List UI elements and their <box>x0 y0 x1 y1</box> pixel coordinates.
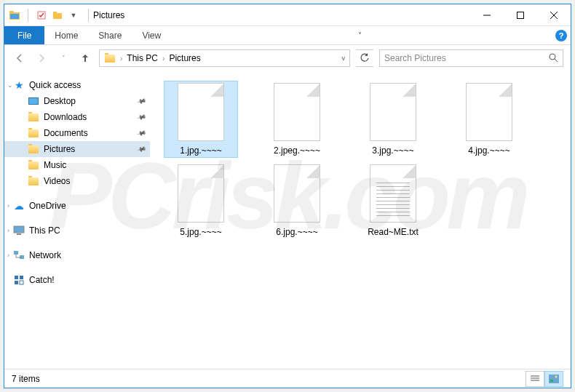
sidebar-item-label: Network <box>29 250 61 260</box>
file-name: 1.jpg.~~~~ <box>180 145 221 156</box>
folder-icon <box>28 159 39 171</box>
refresh-button[interactable] <box>356 49 373 67</box>
svg-rect-12 <box>14 226 24 233</box>
file-icon <box>370 83 416 141</box>
sidebar-item-videos[interactable]: Videos <box>4 173 150 189</box>
file-icon <box>178 83 224 141</box>
sidebar-item-label: Music <box>44 160 66 170</box>
folder-icon <box>28 143 39 155</box>
separator <box>88 9 89 22</box>
tab-view[interactable]: View <box>132 26 171 44</box>
collapse-icon[interactable]: ⌄ <box>7 81 13 89</box>
qat-dropdown-icon[interactable]: ▼ <box>66 8 81 23</box>
svg-rect-5 <box>53 12 57 14</box>
minimize-button[interactable] <box>470 4 504 26</box>
up-button[interactable] <box>77 50 93 66</box>
file-name: 2.jpeg.~~~~ <box>274 145 320 156</box>
title-bar: ▼ Pictures <box>4 4 571 26</box>
svg-rect-1 <box>9 11 14 13</box>
chevron-right-icon[interactable]: › <box>162 55 164 63</box>
back-button[interactable] <box>12 50 28 66</box>
folder-icon <box>28 127 39 139</box>
sidebar-item-network[interactable]: › Network <box>4 247 150 263</box>
expand-icon[interactable]: › <box>7 227 9 234</box>
breadcrumb-thispc[interactable]: This PC <box>127 53 158 63</box>
address-bar[interactable]: › This PC › Pictures v <box>99 49 350 67</box>
window-controls <box>470 4 571 26</box>
svg-rect-2 <box>10 14 19 19</box>
expand-icon[interactable]: › <box>7 252 9 259</box>
network-icon <box>13 249 25 261</box>
svg-rect-18 <box>15 276 18 279</box>
sidebar-item-label: Documents <box>44 128 88 138</box>
search-icon[interactable] <box>548 52 558 65</box>
sidebar-item-music[interactable]: Music <box>4 157 150 173</box>
sidebar-item-thispc[interactable]: › This PC <box>4 223 150 239</box>
file-name: 4.jpg.~~~~ <box>468 145 509 156</box>
file-item[interactable]: Read~ME.txt <box>357 163 429 239</box>
file-icon <box>274 164 320 223</box>
help-button[interactable]: ? <box>552 26 571 44</box>
close-button[interactable] <box>537 4 571 26</box>
sidebar-item-onedrive[interactable]: › ☁ OneDrive <box>4 198 150 214</box>
svg-line-11 <box>555 59 558 62</box>
file-item[interactable]: 5.jpg.~~~~ <box>164 163 237 239</box>
file-name: 3.jpg.~~~~ <box>372 145 413 156</box>
file-item[interactable]: 4.jpg.~~~~ <box>453 81 526 157</box>
recent-dropdown[interactable]: ˅ <box>55 50 71 66</box>
file-icon <box>274 83 320 141</box>
svg-rect-14 <box>14 251 18 255</box>
navigation-pane[interactable]: ⌄ ★ Quick access Desktop📌Downloads📌Docum… <box>4 71 150 369</box>
status-bar: 7 items <box>4 369 571 388</box>
file-view[interactable]: 1.jpg.~~~~2.jpeg.~~~~3.jpg.~~~~4.jpg.~~~… <box>150 71 571 369</box>
sidebar-item-label: Downloads <box>44 112 87 122</box>
search-placeholder: Search Pictures <box>384 53 446 63</box>
svg-rect-19 <box>20 276 23 279</box>
explorer-window: ▼ Pictures File Home Share View ˅ ? ˅ <box>4 4 571 388</box>
file-item[interactable]: 3.jpg.~~~~ <box>357 81 429 157</box>
sidebar-item-documents[interactable]: Documents📌 <box>4 125 150 141</box>
view-switcher <box>526 371 563 387</box>
sidebar-item-downloads[interactable]: Downloads📌 <box>4 109 150 125</box>
navigation-bar: ˅ › This PC › Pictures v Search Pictures <box>4 45 571 71</box>
sidebar-item-label: Quick access <box>29 80 81 90</box>
svg-rect-13 <box>17 233 21 235</box>
sidebar-item-label: This PC <box>29 225 60 236</box>
file-name: 5.jpg.~~~~ <box>180 227 221 237</box>
search-input[interactable]: Search Pictures <box>379 49 563 67</box>
file-item[interactable]: 6.jpg.~~~~ <box>261 163 333 239</box>
address-dropdown-icon[interactable]: v <box>342 55 346 62</box>
sidebar-item-quick-access[interactable]: ⌄ ★ Quick access <box>4 77 150 93</box>
pin-icon: 📌 <box>136 96 147 106</box>
breadcrumb-pictures[interactable]: Pictures <box>169 53 200 63</box>
file-name: 6.jpg.~~~~ <box>276 227 317 237</box>
file-item[interactable]: 2.jpeg.~~~~ <box>261 81 333 157</box>
new-folder-icon[interactable] <box>50 8 65 23</box>
tab-share[interactable]: Share <box>88 26 132 44</box>
text-file-icon <box>370 164 416 223</box>
pin-icon: 📌 <box>136 112 147 122</box>
svg-rect-7 <box>518 12 524 18</box>
folder-icon <box>28 111 39 123</box>
chevron-right-icon[interactable]: › <box>120 55 122 63</box>
svg-rect-21 <box>20 281 23 284</box>
sidebar-item-catch[interactable]: Catch! <box>4 272 150 288</box>
file-tab[interactable]: File <box>4 26 44 44</box>
main-area: ⌄ ★ Quick access Desktop📌Downloads📌Docum… <box>4 71 571 369</box>
details-view-button[interactable] <box>526 371 544 387</box>
sidebar-item-pictures[interactable]: Pictures📌 <box>4 141 150 157</box>
tab-home[interactable]: Home <box>44 26 88 44</box>
file-item[interactable]: 1.jpg.~~~~ <box>164 81 237 157</box>
expand-icon[interactable]: › <box>7 202 9 209</box>
sidebar-item-label: Videos <box>44 176 70 186</box>
folder-icon <box>28 175 39 187</box>
properties-icon[interactable] <box>34 8 49 23</box>
sidebar-item-desktop[interactable]: Desktop📌 <box>4 93 150 109</box>
svg-rect-25 <box>549 375 559 383</box>
sidebar-item-label: Pictures <box>44 144 75 154</box>
ribbon-collapse[interactable]: ˅ <box>351 26 370 44</box>
forward-button[interactable] <box>33 50 49 66</box>
maximize-button[interactable] <box>504 4 537 26</box>
thumbnails-view-button[interactable] <box>544 371 563 387</box>
help-icon: ? <box>555 30 567 41</box>
